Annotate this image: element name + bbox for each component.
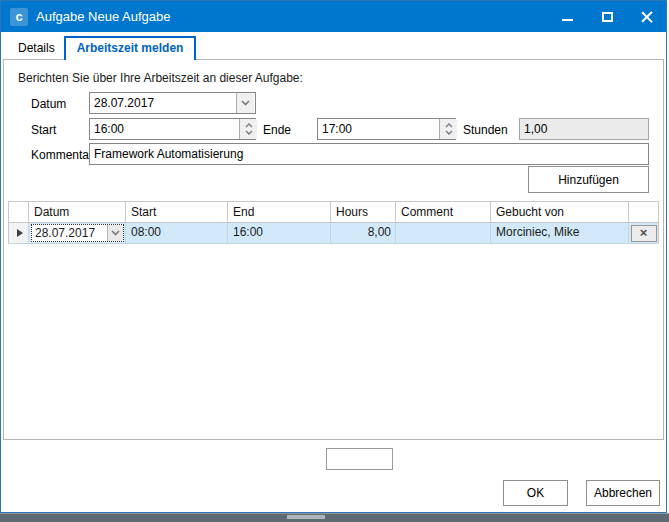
- minimize-button[interactable]: [554, 6, 580, 28]
- row-datum-cell[interactable]: 28.07.2017: [29, 223, 126, 243]
- grid-header-end[interactable]: End: [228, 201, 331, 223]
- instruction-text: Berichten Sie über Ihre Arbeitszeit an d…: [18, 71, 303, 85]
- ende-input[interactable]: [317, 118, 456, 140]
- datum-label: Datum: [31, 97, 66, 111]
- title-bar: c Aufgabe Neue Aufgabe: [1, 1, 666, 32]
- row-datum-value: 28.07.2017: [35, 226, 95, 240]
- row-gebucht-von-cell[interactable]: Morciniec, Mike: [491, 223, 629, 243]
- row-selector-cell[interactable]: [8, 223, 29, 243]
- start-label: Start: [31, 123, 56, 137]
- maximize-icon: [602, 12, 613, 22]
- row-comment-cell[interactable]: [396, 223, 491, 243]
- stunden-label: Stunden: [463, 123, 508, 137]
- footer-mini-input[interactable]: [326, 448, 393, 470]
- spinner-up-icon: [445, 123, 453, 128]
- grid-header-comment[interactable]: Comment: [396, 201, 491, 223]
- row-datum-dropdown-button[interactable]: [107, 225, 123, 241]
- table-row[interactable]: 28.07.2017 08:00 16:00 8,00 Morciniec, M…: [8, 223, 659, 244]
- spinner-up-icon: [245, 123, 253, 128]
- close-icon: [641, 11, 653, 23]
- ok-button[interactable]: OK: [503, 480, 568, 506]
- chevron-down-icon: [111, 230, 120, 236]
- stunden-readonly-field: [519, 118, 649, 140]
- row-datum-editor[interactable]: 28.07.2017: [31, 224, 124, 242]
- maximize-button[interactable]: [594, 6, 620, 28]
- start-spinner[interactable]: [239, 119, 257, 139]
- delete-row-button[interactable]: ×: [631, 225, 657, 242]
- app-icon: c: [10, 8, 28, 26]
- row-hours-cell[interactable]: 8,00: [331, 223, 396, 243]
- grid-header-actions: [629, 201, 659, 223]
- minimize-icon: [562, 19, 573, 21]
- grid-header-row: Datum Start End Hours Comment Gebucht vo…: [8, 201, 659, 223]
- worktime-grid: Datum Start End Hours Comment Gebucht vo…: [8, 201, 659, 244]
- datum-input[interactable]: [89, 92, 256, 114]
- grid-header-selector: [8, 201, 29, 223]
- abbrechen-button[interactable]: Abbrechen: [586, 480, 660, 506]
- tab-arbeitszeit-melden[interactable]: Arbeitszeit melden: [64, 36, 197, 60]
- grid-header-start[interactable]: Start: [126, 201, 228, 223]
- start-input[interactable]: [89, 118, 256, 140]
- hinzufuegen-button[interactable]: Hinzufügen: [528, 166, 649, 193]
- task-dialog: c Aufgabe Neue Aufgabe Details Arbeitsze…: [0, 0, 667, 513]
- window-title: Aufgabe Neue Aufgabe: [36, 9, 170, 24]
- current-row-marker-icon: [17, 229, 23, 237]
- row-end-cell[interactable]: 16:00: [228, 223, 331, 243]
- background-strip: [0, 513, 669, 522]
- tab-details[interactable]: Details: [9, 38, 64, 60]
- grid-header-datum[interactable]: Datum: [29, 201, 126, 223]
- tab-strip: Details Arbeitszeit melden: [9, 37, 196, 60]
- background-scrollbar-thumb: [287, 515, 325, 519]
- close-button[interactable]: [634, 6, 660, 28]
- datum-dropdown-button[interactable]: [236, 93, 254, 113]
- grid-header-hours[interactable]: Hours: [331, 201, 396, 223]
- grid-header-gebucht-von[interactable]: Gebucht von: [491, 201, 629, 223]
- ende-spinner[interactable]: [439, 119, 457, 139]
- chevron-down-icon: [241, 100, 250, 106]
- ende-label: Ende: [263, 123, 291, 137]
- row-start-cell[interactable]: 08:00: [126, 223, 228, 243]
- kommentar-label: Kommentar: [31, 148, 93, 162]
- row-actions-cell: ×: [629, 223, 659, 243]
- kommentar-input[interactable]: [89, 143, 649, 165]
- spinner-down-icon: [445, 130, 453, 135]
- spinner-down-icon: [245, 130, 253, 135]
